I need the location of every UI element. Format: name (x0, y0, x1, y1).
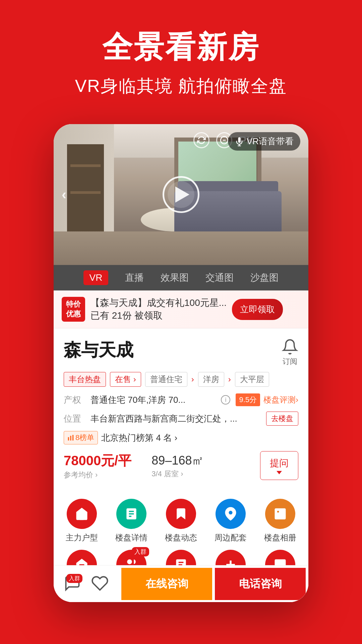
icon-item-detail[interactable]: 楼盘详情 (110, 499, 153, 543)
tag-type2: 洋房 (198, 372, 224, 387)
bell-label: 订阅 (283, 357, 297, 367)
tab-vr[interactable]: VR (83, 270, 109, 285)
vr-tab-bar: VR 直播 效果图 交通图 沙盘图 (54, 265, 308, 290)
chat-icon-item[interactable]: 入群 (64, 575, 81, 593)
size-block: 89–168㎡ 3/4 居室 › (152, 452, 204, 479)
svg-point-11 (229, 511, 233, 515)
favorite-icon-item[interactable] (91, 575, 109, 593)
rank-badge-text: 8榜单 (75, 433, 94, 443)
icon-item-dynamics[interactable]: 楼盘动态 (160, 499, 202, 543)
vr-voice-label: VR语音带看 (247, 136, 294, 147)
size-sub[interactable]: 3/4 居室 › (152, 469, 204, 479)
size-value: 89–168㎡ (152, 452, 204, 469)
svg-rect-6 (72, 435, 73, 441)
score-link[interactable]: 楼盘评测› (263, 394, 298, 405)
promo-text-block: 【森与天成】成交有礼100元星... 已有 21份 被领取 (90, 297, 227, 322)
price-row: 78000元/平 参考均价 › 89–168㎡ 3/4 居室 › 提问 (64, 451, 298, 480)
rights-label: 产权 (64, 394, 87, 406)
tab-live[interactable]: 直播 (125, 271, 144, 284)
svg-rect-4 (68, 437, 69, 440)
info-icon[interactable]: i (221, 395, 230, 405)
floorplan-icon (67, 499, 97, 529)
rank-text[interactable]: 北京热门榜第 4 名 › (101, 432, 177, 444)
promo-badge: 特价 优惠 (62, 297, 85, 321)
group-badge: 入群 (132, 547, 149, 556)
promo-banner: 特价 优惠 【森与天成】成交有礼100元星... 已有 21份 被领取 立即领取 (54, 290, 308, 328)
floorplan-label: 主力户型 (66, 532, 98, 543)
price-value: 78000元/平 (64, 451, 131, 470)
header-title: 全景看新房 (20, 27, 342, 68)
tab-render[interactable]: 效果图 (161, 271, 189, 284)
tag-separator2: › (228, 375, 231, 384)
location-label: 位置 (64, 413, 87, 425)
icon-item-album[interactable]: 楼盘相册 (259, 499, 302, 543)
icon-item-surroundings[interactable]: 周边配套 (209, 499, 252, 543)
promo-text: 【森与天成】成交有礼100元星... (90, 297, 227, 309)
room-shelf (67, 144, 104, 245)
tag-hot[interactable]: 丰台热盘 (64, 372, 106, 387)
tab-sandbox[interactable]: 沙盘图 (250, 271, 279, 284)
vr-voice-button[interactable]: VR语音带看 (228, 132, 300, 151)
detail-label: 楼盘详情 (115, 532, 147, 543)
price-sub[interactable]: 参考均价 › (64, 470, 131, 480)
dynamics-label: 楼盘动态 (165, 532, 197, 543)
rights-value: 普通住宅 70年,洋房 70... (90, 394, 216, 406)
property-name: 森与天成 (64, 338, 133, 362)
album-icon (265, 499, 295, 529)
property-rights-row: 产权 普通住宅 70年,洋房 70... i 9.5分 楼盘评测› (64, 393, 298, 406)
vr-nav-left[interactable]: ‹ (62, 186, 66, 203)
detail-icon (116, 499, 146, 529)
album-label: 楼盘相册 (264, 532, 296, 543)
promo-claim-button[interactable]: 立即领取 (232, 299, 283, 320)
svg-point-14 (127, 559, 132, 565)
header-subtitle: VR身临其境 航拍俯瞰全盘 (20, 74, 342, 98)
online-consult-button[interactable]: 在线咨询 (121, 568, 212, 600)
surroundings-icon (216, 499, 246, 529)
room-floor (54, 231, 308, 265)
tag-separator: › (191, 375, 194, 384)
location-row: 位置 丰台新宫西路与新宫商二街交汇处，... 去楼盘 (64, 412, 298, 426)
bottom-bar: 入群 在线咨询 电话咨询 (54, 565, 308, 602)
ask-button[interactable]: 提问 (260, 451, 298, 480)
svg-rect-5 (70, 436, 71, 440)
vr-play-button[interactable] (163, 176, 199, 213)
svg-point-13 (277, 511, 279, 513)
icon-item-floorplan[interactable]: 主力户型 (60, 499, 103, 543)
promo-count: 已有 21份 被领取 (90, 310, 163, 321)
dynamics-icon (166, 499, 196, 529)
tag-type1: 普通住宅 (145, 372, 187, 387)
surroundings-label: 周边配套 (215, 532, 247, 543)
tag-sale[interactable]: 在售 › (110, 372, 141, 387)
phone-consult-button[interactable]: 电话咨询 (215, 568, 306, 600)
tag-type3: 大平层 (235, 372, 269, 387)
rank-badge: 8榜单 (64, 431, 98, 444)
tags-row: 丰台热盘 在售 › 普通住宅 › 洋房 › 大平层 (64, 372, 298, 387)
price-block: 78000元/平 参考均价 › (64, 451, 131, 480)
phone-mockup: ‹ PK (54, 124, 308, 602)
property-header: 森与天成 订阅 (64, 338, 298, 367)
chat-badge: 入群 (66, 574, 82, 583)
vr-section: ‹ PK (54, 124, 308, 265)
goto-property-btn[interactable]: 去楼盘 (266, 412, 298, 426)
score-badge: 9.5分 (236, 393, 260, 406)
tab-traffic[interactable]: 交通图 (205, 271, 234, 284)
bottom-left-icons: 入群 (54, 575, 119, 593)
refresh-icon[interactable] (193, 132, 209, 148)
header-section: 全景看新房 VR身临其境 航拍俯瞰全盘 (0, 0, 362, 111)
property-section: 森与天成 订阅 丰台热盘 在售 › 普通住宅 › 洋房 › 大平层 产权 普通住… (54, 328, 308, 487)
rank-row: 8榜单 北京热门榜第 4 名 › (64, 431, 298, 444)
location-value: 丰台新宫西路与新宫商二街交汇处，... (90, 413, 263, 425)
subscribe-button[interactable]: 订阅 (282, 338, 298, 367)
